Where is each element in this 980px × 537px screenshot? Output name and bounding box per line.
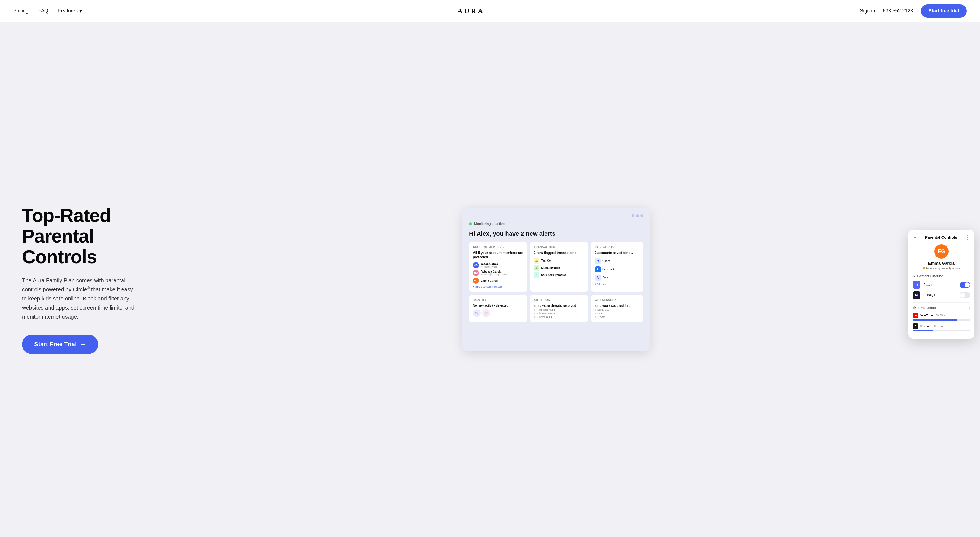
tx-row-2: 💰 Cash Advance [534, 265, 584, 271]
account-card-subtitle: All 5 your account members are protected [473, 251, 523, 260]
passwords-card: Passwords 3 accounts saved for e... C Ch… [591, 242, 643, 292]
antivirus-title: Antivirus [534, 298, 584, 301]
pw-row-1: C Chase [595, 258, 640, 264]
threat-text-1: No threats found [536, 309, 555, 311]
pc-section-arrow-2: › [969, 306, 970, 309]
pw-name-3: Aura [603, 276, 608, 279]
disney-toggle[interactable] [959, 292, 970, 298]
dashboard-mockup: Monitoring is active Hi Alex, you have 2… [463, 208, 650, 351]
wifi-item-2: Etherio... [595, 312, 640, 315]
pc-card-title: Parental Controls [925, 235, 958, 239]
nav-faq[interactable]: FAQ [38, 8, 48, 14]
dot-1 [632, 215, 635, 217]
roblox-progress-bar [913, 330, 970, 331]
monitoring-status-text: Monitoring is active [474, 221, 504, 226]
identity-badge-2: 📧 [482, 309, 490, 317]
antivirus-card: Antivirus 4 malware threats resolved No … [530, 295, 588, 322]
youtube-icon: ▶ [913, 312, 918, 318]
tx-card-subtitle: 2 new flagged transactions [534, 251, 584, 255]
member-row-1: JG Jacob Garcia Account owner [473, 262, 523, 268]
nav-trial-button[interactable]: Start free trial [921, 5, 967, 18]
logo[interactable]: AURA [457, 7, 485, 15]
dashboard-greeting: Hi Alex, you have 2 new alerts [469, 230, 643, 237]
nav-pricing[interactable]: Pricing [13, 8, 29, 14]
hero-description: The Aura Family Plan comes with parental… [22, 276, 138, 322]
wifi-text-3: 1 more... [598, 316, 608, 319]
hero-section: Top-Rated Parental Controls The Aura Fam… [0, 22, 980, 537]
threat-1: No threats found [534, 309, 584, 311]
member-avatar-eg: EG [473, 277, 479, 284]
pc-app-discord: D Discord [913, 281, 970, 288]
wifi-text-1: Lobby S... [598, 309, 609, 311]
member-name-3: Emma Garcia [480, 279, 498, 282]
nav-signin[interactable]: Sign in [860, 8, 875, 14]
wifi-text-2: Etherio... [598, 312, 608, 315]
pc-youtube-app: ▶ YouTube 3h 30m [913, 312, 970, 318]
identity-title: Identity [473, 298, 523, 301]
pw-add-link[interactable]: + Add acc... [595, 283, 640, 285]
hero-content: Top-Rated Parental Controls The Aura Fam… [22, 205, 138, 354]
wifi-card: Wifi Security 4 network secured in... Lo… [591, 295, 643, 322]
member-info-1: Jacob Garcia Account owner [480, 263, 498, 268]
status-bar: Monitoring is active [469, 221, 643, 226]
roblox-progress-fill [913, 330, 933, 331]
window-dots [469, 215, 643, 217]
dot-2 [636, 215, 639, 217]
more-members-link[interactable]: +3 more account members [473, 285, 523, 288]
nav-features-dropdown[interactable]: Features ▾ [58, 8, 82, 14]
discord-label: Discord [923, 283, 957, 287]
youtube-progress-fill [913, 319, 958, 320]
nav-right: Sign in 833.552.2123 Start free trial [860, 5, 967, 18]
wifi-item-1: Lobby S... [595, 309, 640, 311]
identity-card: Identity No new activity detected 🔍 📧 [469, 295, 527, 322]
threat-2: 3 threats resolved [534, 312, 584, 315]
pw-icon-fb: f [595, 266, 601, 272]
threat-text-2: 3 threats resolved [536, 312, 557, 315]
member-name-2: Rebecca Garcia [480, 270, 507, 273]
pc-time-roblox: R Roblox 1h 10m [913, 323, 970, 331]
disney-icon: D+ [913, 292, 921, 299]
threat-text-3: 1 threat found [536, 316, 552, 319]
pw-icon-chase: C [595, 258, 601, 264]
pc-header: ← Parental Controls ⋮ [913, 234, 970, 241]
hero-trial-button[interactable]: Start Free Trial → [22, 335, 98, 354]
member-info-2: Rebecca Garcia rebecca@example.com [480, 270, 507, 276]
pc-monitoring-status: Monitoring partially active [913, 266, 970, 270]
roblox-time: 1h 10m [934, 325, 942, 328]
arrow-icon: → [80, 341, 86, 348]
tx-row-1: 🚕 Taxi Co. [534, 258, 584, 263]
pc-time-limits-section: ⏱ Time Limits › [913, 306, 970, 310]
tx-icon-1: 🚕 [534, 258, 539, 263]
threat-dot-2 [534, 312, 536, 314]
pc-user-name: Emma Garcia [913, 261, 970, 266]
member-sub-1: Account owner [480, 266, 498, 268]
tx-name-1: Taxi Co. [541, 259, 552, 262]
member-avatar-jg: JG [473, 262, 479, 268]
discord-toggle[interactable] [959, 282, 970, 288]
parental-controls-card: ← Parental Controls ⋮ EG Emma Garcia Mon… [908, 230, 975, 338]
roblox-name: Roblox [921, 325, 931, 328]
youtube-time: 3h 30m [935, 314, 945, 317]
wifi-dot-2 [595, 312, 597, 314]
threat-dot-1 [534, 309, 536, 311]
pc-more-button[interactable]: ⋮ [965, 234, 970, 241]
pc-content-filtering-label: Content Filtering [917, 274, 943, 278]
clock-icon: ⏱ [913, 306, 916, 310]
nav-left: Pricing FAQ Features ▾ [13, 8, 82, 14]
member-row-2: RG Rebecca Garcia rebecca@example.com [473, 270, 523, 276]
disney-label: Disney+ [923, 293, 957, 297]
discord-toggle-thumb [964, 282, 969, 287]
youtube-progress-bar [913, 319, 970, 320]
pw-row-3: A Aura [595, 274, 640, 280]
filter-icon: ▽ [913, 274, 915, 278]
pc-time-limits-label: Time Limits [918, 306, 936, 310]
pc-back-button[interactable]: ← [913, 235, 917, 240]
tx-row-3: 🍴 Cafe Altro Paradiso [534, 272, 584, 278]
member-sub-2: rebecca@example.com [480, 273, 507, 276]
wifi-dot-1 [595, 309, 597, 311]
pw-icon-aura: A [595, 274, 601, 280]
identity-badge-1: 🔍 [473, 309, 480, 317]
pc-time-youtube: ▶ YouTube 3h 30m [913, 312, 970, 320]
pc-app-disney: D+ Disney+ [913, 292, 970, 299]
features-chevron-icon: ▾ [80, 8, 82, 14]
